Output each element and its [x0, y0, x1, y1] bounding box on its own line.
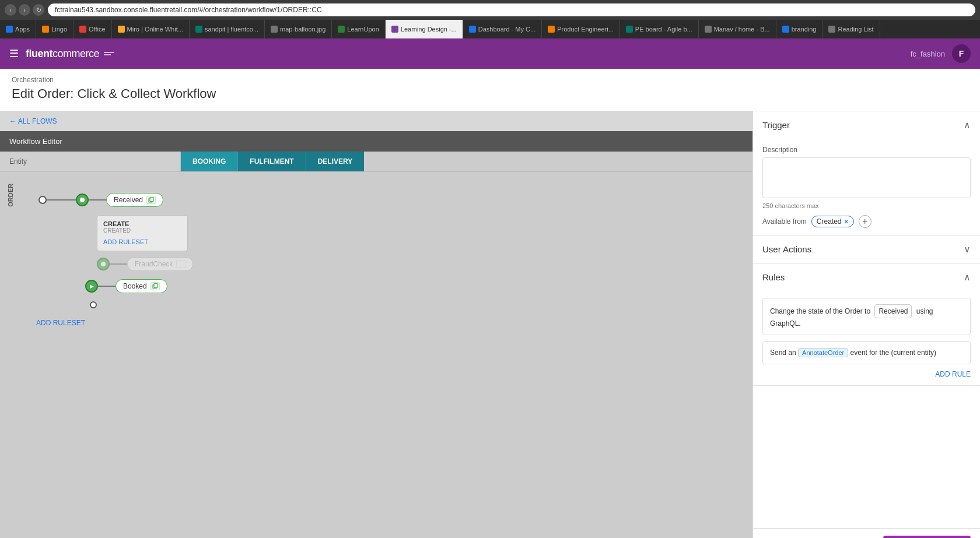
tab-label-miro: Miro | Online Whit...: [127, 26, 183, 33]
page-header: Orchestration Edit Order: Click & Collec…: [0, 69, 980, 111]
address-text: fctrainau543.sandbox.console.fluentretai…: [55, 6, 322, 14]
hamburger-menu[interactable]: ☰: [9, 47, 19, 60]
annotate-badge: AnnotateOrder: [798, 348, 848, 357]
order-section: ORDER Received: [0, 172, 752, 341]
tab-learnupon[interactable]: LearnUpon: [332, 20, 385, 38]
page-title: Edit Order: Click & Collect Workflow: [12, 86, 968, 101]
tab-apps[interactable]: Apps: [0, 20, 36, 38]
tag-remove-icon[interactable]: ×: [844, 217, 849, 226]
tab-dashboard[interactable]: Dashboard - My C...: [463, 20, 542, 38]
tab-office[interactable]: Office: [74, 20, 112, 38]
entity-label: Entity: [0, 152, 181, 171]
trigger-section-header[interactable]: Trigger ∧: [753, 111, 980, 139]
tab-manav[interactable]: Manav / home - B...: [699, 20, 776, 38]
browser-chrome: ‹ › ↻ fctrainau543.sandbox.console.fluen…: [0, 0, 980, 38]
tab-favicon-miro: [118, 26, 125, 33]
logo-text: fluentcommerce: [26, 48, 99, 60]
rule2-suffix: event for the (current entity): [850, 349, 936, 357]
node-inner-fraud: [101, 262, 106, 266]
tab-label-reading-list: Reading List: [838, 26, 873, 33]
fraud-pill: FraudCheck: [127, 257, 193, 271]
rule1-state-select[interactable]: Received: [874, 304, 912, 318]
ruleset-created-sub: CREATED: [103, 227, 181, 234]
svg-rect-3: [154, 284, 158, 288]
user-actions-header[interactable]: User Actions ∨: [753, 235, 980, 263]
tab-favicon-apps: [6, 26, 13, 33]
phase-fulfilment[interactable]: FULFILMENT: [237, 152, 305, 171]
start-dot: [38, 196, 47, 204]
address-bar[interactable]: fctrainau543.sandbox.console.fluentretai…: [48, 3, 975, 16]
tab-favicon-office: [79, 26, 86, 33]
booked-pill[interactable]: Booked: [116, 279, 167, 293]
workflow-editor-header: Workflow Editor: [0, 131, 752, 152]
refresh-button[interactable]: ↻: [33, 4, 44, 16]
tab-map[interactable]: map-balloon.jpg: [265, 20, 332, 38]
tab-reading-list[interactable]: Reading List: [822, 20, 880, 38]
add-tag-button[interactable]: +: [859, 215, 872, 228]
rule1-prefix: Change the state of the Order to: [770, 307, 870, 315]
nav-buttons: ‹ › ↻: [5, 4, 44, 16]
rules-content: Change the state of the Order to Receive…: [753, 291, 980, 385]
browser-tabs: Apps Lingo Office Miro | Online Whit... …: [0, 20, 980, 38]
add-rule-link[interactable]: ADD RULE: [762, 370, 971, 378]
tab-favicon-manav: [705, 26, 712, 33]
connector-booked: [98, 286, 116, 287]
connector-fraud: [110, 263, 127, 265]
node-inner: [80, 198, 85, 202]
tab-label-dashboard: Dashboard - My C...: [478, 26, 536, 33]
rules-section-header[interactable]: Rules ∧: [753, 263, 980, 291]
tab-branding[interactable]: branding: [776, 20, 823, 38]
tab-favicon-learnupon: [338, 26, 345, 33]
tab-learning-design[interactable]: Learning Design -...: [386, 20, 463, 38]
logo-line-1: [104, 52, 114, 53]
tab-label-branding: branding: [792, 26, 817, 33]
breadcrumb: Orchestration: [12, 76, 968, 84]
tab-lingo[interactable]: Lingo: [36, 20, 74, 38]
description-label: Description: [762, 146, 971, 154]
header-right: fc_fashion F: [911, 44, 971, 63]
received-pill[interactable]: Received: [106, 193, 163, 207]
add-ruleset-link[interactable]: ADD RULESET: [103, 238, 148, 245]
user-avatar[interactable]: F: [952, 44, 971, 63]
fraud-label: FraudCheck: [135, 260, 173, 268]
tab-product-eng[interactable]: Product Engineeri...: [542, 20, 620, 38]
tab-sandpit[interactable]: sandpit | fluentco...: [190, 20, 265, 38]
editor-title: Workflow Editor: [9, 137, 62, 146]
available-from-label: Available from: [762, 217, 807, 226]
tab-favicon-dashboard: [469, 26, 476, 33]
char-limit: 250 characters max: [762, 202, 971, 209]
tab-favicon-pe-board: [626, 26, 633, 33]
forward-button[interactable]: ›: [19, 4, 30, 16]
order-label-col: ORDER: [0, 172, 21, 341]
rule-card-1: Change the state of the Order to Receive…: [762, 298, 971, 335]
received-pill-icon: [146, 196, 156, 204]
main-layout: ← ALL FLOWS Workflow Editor Entity BOOKI…: [0, 111, 980, 538]
user-label: fc_fashion: [911, 50, 945, 58]
back-button[interactable]: ‹: [5, 4, 16, 16]
trigger-section: Trigger ∧ Description 250 characters max…: [753, 111, 980, 235]
rule-2-text: Send an AnnotateOrder event for the (cur…: [770, 347, 963, 358]
fraud-node-row: FraudCheck: [97, 257, 747, 271]
rule-card-2: Send an AnnotateOrder event for the (cur…: [762, 341, 971, 364]
available-from-row: Available from Created × +: [762, 215, 971, 228]
tab-pe-board[interactable]: PE board - Agile b...: [620, 20, 699, 38]
received-node-row: Received: [38, 193, 747, 207]
all-flows-back[interactable]: ← ALL FLOWS: [0, 111, 752, 131]
phase-delivery[interactable]: DELIVERY: [306, 152, 365, 171]
phase-booking[interactable]: BOOKING: [181, 152, 237, 171]
logo-line-2: [104, 54, 111, 55]
tab-miro[interactable]: Miro | Online Whit...: [112, 20, 190, 38]
tab-label-apps: Apps: [15, 26, 30, 33]
booked-pill-icon: [150, 282, 160, 290]
tab-label-learnupon: LearnUpon: [347, 26, 379, 33]
delete-ruleset-button[interactable]: DELETE RULESET: [883, 536, 971, 538]
green-node-received: [76, 194, 89, 206]
user-actions-title: User Actions: [762, 244, 811, 254]
add-ruleset-main[interactable]: ADD RULESET: [27, 314, 747, 332]
ruleset-block: CREATE CREATED ADD RULESET: [97, 215, 188, 251]
user-actions-chevron-icon: ∨: [964, 244, 971, 255]
booked-label: Booked: [123, 282, 147, 290]
logo-decoration: [104, 52, 114, 55]
description-textarea[interactable]: [762, 157, 971, 198]
tab-favicon-branding: [782, 26, 789, 33]
